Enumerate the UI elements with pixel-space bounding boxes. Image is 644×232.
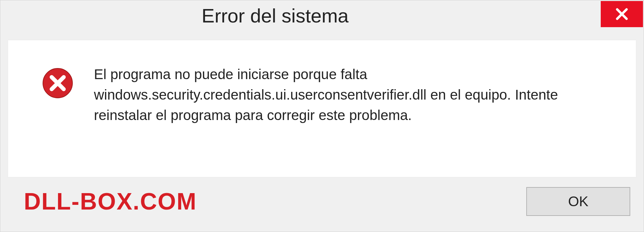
dialog-title: Error del sistema	[0, 0, 348, 27]
watermark-text: DLL-BOX.COM	[24, 188, 197, 215]
close-button[interactable]	[601, 1, 643, 27]
error-dialog: Error del sistema El programa no puede i…	[0, 0, 644, 232]
titlebar: Error del sistema	[0, 0, 644, 34]
close-icon	[614, 6, 630, 22]
ok-button[interactable]: OK	[526, 187, 630, 216]
error-icon	[42, 67, 74, 99]
error-message: El programa no puede iniciarse porque fa…	[94, 64, 597, 126]
content-area: El programa no puede iniciarse porque fa…	[8, 40, 636, 177]
footer: DLL-BOX.COM OK	[0, 185, 644, 232]
